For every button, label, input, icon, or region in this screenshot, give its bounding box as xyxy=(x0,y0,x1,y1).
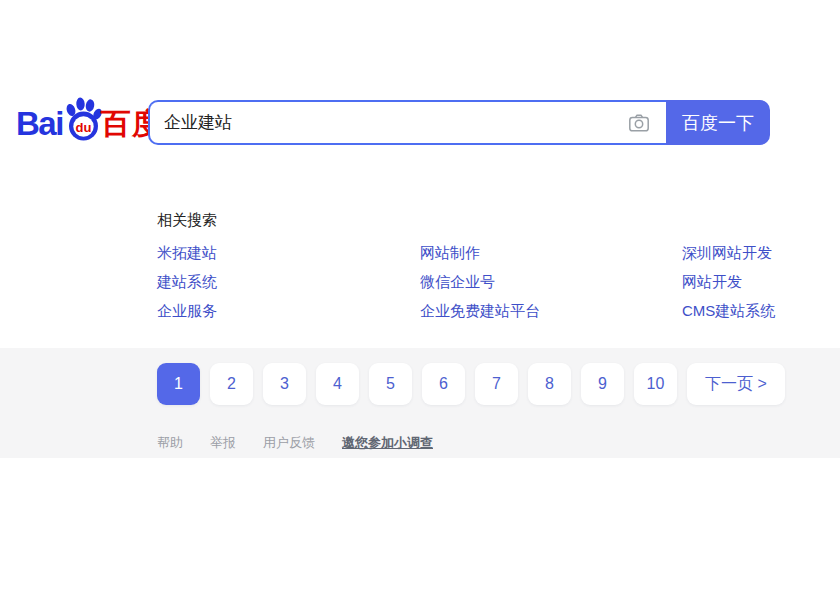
page-button-7[interactable]: 7 xyxy=(475,363,518,405)
related-link[interactable]: 网站制作 xyxy=(420,245,682,261)
related-link[interactable]: 企业免费建站平台 xyxy=(420,303,682,319)
bottom-band: 1 2 3 4 5 6 7 8 9 10 下一页 > 帮助 举报 用户反馈 邀您… xyxy=(0,348,840,458)
camera-icon[interactable] xyxy=(627,111,651,135)
page-button-8[interactable]: 8 xyxy=(528,363,571,405)
footer-link-help[interactable]: 帮助 xyxy=(157,434,183,452)
footer-links: 帮助 举报 用户反馈 邀您参加小调查 xyxy=(157,434,433,452)
search-box xyxy=(148,100,666,145)
related-link[interactable]: 网站开发 xyxy=(682,274,817,290)
page-button-1[interactable]: 1 xyxy=(157,363,200,405)
related-searches-grid: 米拓建站 网站制作 深圳网站开发 建站系统 微信企业号 网站开发 企业服务 企业… xyxy=(157,245,817,319)
page-button-2[interactable]: 2 xyxy=(210,363,253,405)
page-button-4[interactable]: 4 xyxy=(316,363,359,405)
search-input[interactable] xyxy=(150,102,627,143)
pagination: 1 2 3 4 5 6 7 8 9 10 下一页 > xyxy=(157,363,785,405)
related-searches-title: 相关搜索 xyxy=(157,211,817,228)
related-link[interactable]: 深圳网站开发 xyxy=(682,245,817,261)
next-page-button[interactable]: 下一页 > xyxy=(687,363,785,405)
page-button-10[interactable]: 10 xyxy=(634,363,677,405)
related-searches: 相关搜索 米拓建站 网站制作 深圳网站开发 建站系统 微信企业号 网站开发 企业… xyxy=(157,211,817,319)
related-link[interactable]: 米拓建站 xyxy=(157,245,420,261)
baidu-logo[interactable]: Bai du 百度 xyxy=(16,96,163,144)
page-button-5[interactable]: 5 xyxy=(369,363,412,405)
footer-link-report[interactable]: 举报 xyxy=(210,434,236,452)
related-link[interactable]: 微信企业号 xyxy=(420,274,682,290)
search-bar: 百度一下 xyxy=(148,100,770,145)
logo-bai-text: Bai xyxy=(16,104,63,144)
related-link[interactable]: 建站系统 xyxy=(157,274,420,290)
related-link[interactable]: 企业服务 xyxy=(157,303,420,319)
footer-link-feedback[interactable]: 用户反馈 xyxy=(263,434,315,452)
logo-du-text: du xyxy=(75,120,91,135)
page-button-6[interactable]: 6 xyxy=(422,363,465,405)
baidu-paw-icon: du xyxy=(62,96,104,142)
page-button-9[interactable]: 9 xyxy=(581,363,624,405)
page-button-3[interactable]: 3 xyxy=(263,363,306,405)
footer-survey-link[interactable]: 邀您参加小调查 xyxy=(342,434,433,452)
related-link[interactable]: CMS建站系统 xyxy=(682,303,817,319)
search-button[interactable]: 百度一下 xyxy=(666,100,770,145)
